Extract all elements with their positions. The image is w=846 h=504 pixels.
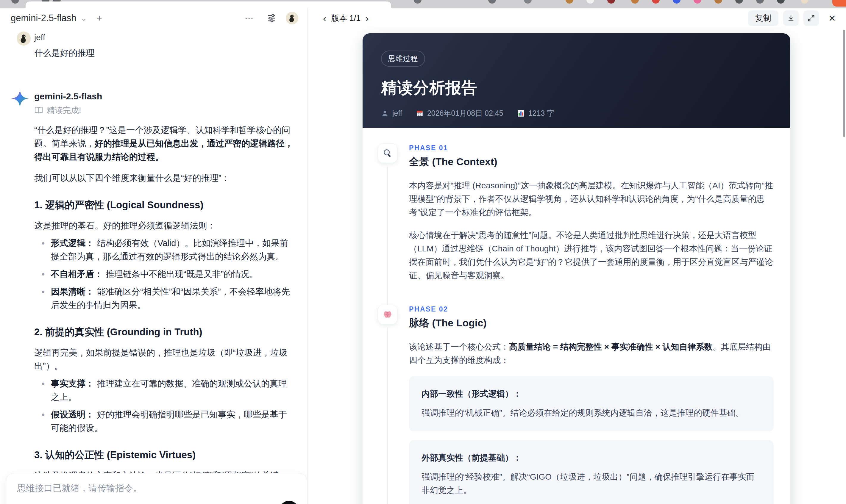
timeline-line	[387, 327, 388, 504]
phase-title: 脉络 (The Logic)	[409, 316, 774, 330]
artifact-panel: ‹ 版本 1/1 › 复制	[307, 8, 846, 504]
section-heading: 2. 前提的真实性 (Grounding in Truth)	[34, 325, 295, 339]
browser-extension-icon[interactable]	[488, 0, 496, 4]
bullet-list: 形式逻辑：结构必须有效（Valid）。比如演绎推理中，如果前提全部为真，那么通过…	[34, 236, 295, 312]
gemini-spark-icon	[11, 90, 29, 107]
artifact-sheet: 思维过程 精读分析报告 jeff 2026年01月08日 02:45	[363, 33, 790, 504]
user-message: jeff 什么是好的推理	[34, 32, 295, 60]
phase-paragraph: 本内容是对“推理 (Reasoning)”这一抽象概念的高层建模。在知识爆炸与人…	[409, 179, 774, 219]
browser-extension-icon[interactable]	[777, 0, 785, 4]
bar-chart-icon	[517, 109, 525, 117]
person-icon	[381, 109, 389, 117]
bullet-list: 事实支撑：推理建立在可靠的数据、准确的观测或公认的真理之上。 假设透明：好的推理…	[34, 377, 295, 435]
phase-eyebrow: PHASE 02	[409, 305, 774, 313]
browser-extension-icon[interactable]	[652, 0, 660, 4]
browser-toolbar	[0, 0, 846, 8]
message-composer[interactable]: 思维接口已就绪，请传输指令。 +	[6, 473, 307, 504]
browser-extension-icon[interactable]	[566, 0, 573, 4]
sliders-icon	[266, 13, 277, 23]
artifact-header: 思维过程 精读分析报告 jeff 2026年01月08日 02:45	[363, 33, 790, 128]
browser-extension-icon[interactable]	[524, 0, 532, 4]
browser-extension-icon[interactable]	[631, 0, 639, 4]
voice-input-button[interactable]	[280, 501, 299, 504]
chat-header: gemini-2.5-flash ⌄ + ⋯	[0, 8, 307, 29]
copy-button[interactable]: 复制	[748, 11, 778, 26]
browser-profile-avatar[interactable]	[801, 0, 809, 4]
expand-icon	[807, 14, 815, 22]
model-name: gemini-2.5-flash	[11, 13, 76, 23]
assistant-name: gemini-2.5-flash	[34, 91, 295, 102]
user-message-text: 什么是好的推理	[34, 47, 295, 60]
bullet-item: 事实支撑：推理建立在可靠的数据、准确的观测或公认的真理之上。	[34, 377, 295, 404]
bullet-item: 假设透明：好的推理会明确指明哪些是已知事实，哪些是基于可能的假设。	[34, 408, 295, 435]
phase-block: PHASE 02 脉络 (The Logic) 该论述基于一个核心公式：高质量结…	[377, 305, 774, 504]
next-version-button[interactable]: ›	[362, 13, 371, 23]
browser-extension-icon[interactable]	[586, 0, 594, 4]
section-heading: 1. 逻辑的严密性 (Logical Soundness)	[34, 198, 295, 212]
assistant-paragraph: “什么是好的推理？”这是一个涉及逻辑学、认知科学和哲学核心的问题。简单来说，好的…	[34, 124, 295, 164]
new-chat-button[interactable]: +	[93, 12, 105, 25]
chat-scroll-area[interactable]: jeff 什么是好的推理 gemini-2.5-flash	[0, 29, 307, 504]
browser-extension-icon[interactable]	[693, 0, 701, 4]
tune-sliders-button[interactable]	[265, 12, 278, 25]
download-icon	[787, 14, 795, 22]
calendar-icon	[416, 109, 424, 117]
browser-nav-icon[interactable]	[11, 0, 19, 4]
timeline-line	[387, 166, 388, 305]
dimension-card: 外部真实性（前提基础）： 强调推理的“经验校准”。解决“GIGO（垃圾进，垃圾出…	[409, 440, 774, 504]
bullet-item: 因果清晰：能准确区分“相关性”和“因果关系”，不会轻率地将先后发生的事情归为因果…	[34, 285, 295, 312]
browser-extension-icon[interactable]	[607, 0, 615, 4]
section-heading: 3. 认知的公正性 (Epistemic Virtues)	[34, 448, 295, 462]
section-lead: 逻辑再完美，如果前提是错误的，推理也是垃圾（即“垃圾进，垃圾出”）。	[34, 346, 295, 373]
artifact-title: 精读分析报告	[381, 77, 772, 99]
meta-wordcount: 1213 字	[517, 108, 554, 118]
brain-icon	[378, 305, 398, 324]
phase-block: PHASE 01 全景 (The Context) 本内容是对“推理 (Reas…	[377, 143, 774, 305]
more-options-button[interactable]: ⋯	[242, 12, 257, 24]
expand-button[interactable]	[804, 11, 819, 26]
browser-extension-icon[interactable]	[735, 0, 743, 4]
assistant-status-text: 精读完成!	[47, 105, 81, 116]
artifact-body: PHASE 01 全景 (The Context) 本内容是对“推理 (Reas…	[363, 128, 790, 504]
chat-panel: gemini-2.5-flash ⌄ + ⋯	[0, 8, 307, 504]
magnifier-icon	[378, 143, 398, 163]
assistant-status: 精读完成!	[34, 105, 295, 116]
browser-extension-icon[interactable]	[673, 0, 681, 4]
assistant-message: gemini-2.5-flash 精读完成! “什么是好的推理？”这是一个涉及逻…	[34, 91, 295, 504]
account-avatar[interactable]	[286, 12, 298, 24]
artifact-toolbar: ‹ 版本 1/1 › 复制	[307, 8, 846, 29]
phase-eyebrow: PHASE 01	[409, 144, 774, 152]
artifact-badge: 思维过程	[381, 51, 425, 67]
browser-corner-button[interactable]	[832, 0, 846, 6]
browser-tab[interactable]	[25, 1, 391, 8]
phase-formula: 该论述基于一个核心公式：高质量结论 = 结构完整性 × 事实准确性 × 认知自律…	[409, 340, 774, 367]
chevron-down-icon: ⌄	[81, 14, 87, 22]
section-lead: 这是推理的基石。好的推理必须遵循逻辑法则：	[34, 219, 295, 232]
browser-extension-icon[interactable]	[756, 0, 764, 4]
meta-date: 2026年01月08日 02:45	[416, 108, 504, 118]
model-selector[interactable]: gemini-2.5-flash ⌄	[9, 13, 89, 24]
user-name: jeff	[34, 32, 295, 42]
assistant-paragraph: 我们可以从以下四个维度来衡量什么是“好的推理”：	[34, 172, 295, 185]
browser-bookmark-icon[interactable]	[414, 0, 422, 4]
download-button[interactable]	[783, 11, 799, 26]
scrollbar[interactable]	[843, 30, 845, 137]
user-avatar	[17, 32, 31, 46]
dimension-card: 内部一致性（形式逻辑）： 强调推理的“机械正确”。结论必须在给定的规则系统内逻辑…	[409, 376, 774, 431]
phase-paragraph: 核心情境在于解决“思考的随意性”问题。不论是人类通过批判性思维进行决策，还是大语…	[409, 229, 774, 282]
bullet-item: 不自相矛盾：推理链条中不能出现“既是又非”的情况。	[34, 268, 295, 281]
close-button[interactable]: ✕	[826, 13, 838, 23]
artifact-meta: jeff 2026年01月08日 02:45 1213 字	[381, 108, 772, 118]
meta-author: jeff	[381, 109, 402, 118]
book-icon	[34, 107, 43, 114]
previous-version-button[interactable]: ‹	[320, 13, 329, 23]
version-label: 版本 1/1	[331, 13, 360, 23]
phase-title: 全景 (The Context)	[409, 155, 774, 169]
composer-placeholder: 思维接口已就绪，请传输指令。	[17, 482, 296, 494]
browser-extension-icon[interactable]	[715, 0, 722, 4]
bullet-item: 形式逻辑：结构必须有效（Valid）。比如演绎推理中，如果前提全部为真，那么通过…	[34, 236, 295, 263]
